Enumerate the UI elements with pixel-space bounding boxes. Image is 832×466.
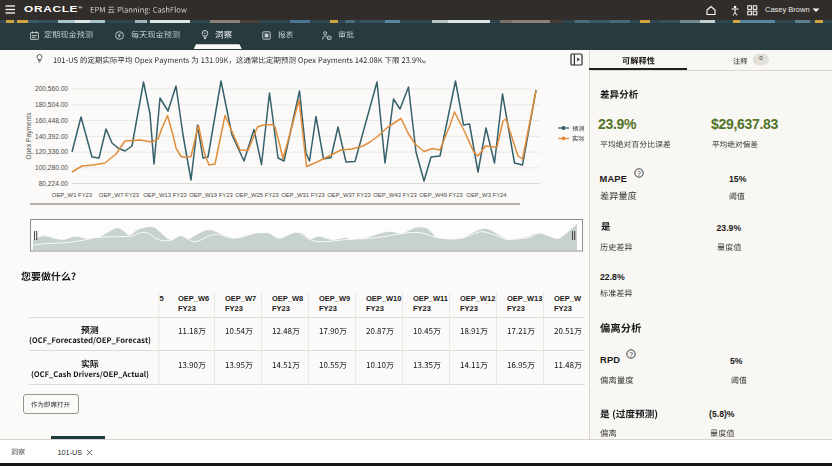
- svg-text:?: ?: [637, 169, 641, 176]
- svg-text:?: ?: [629, 351, 633, 358]
